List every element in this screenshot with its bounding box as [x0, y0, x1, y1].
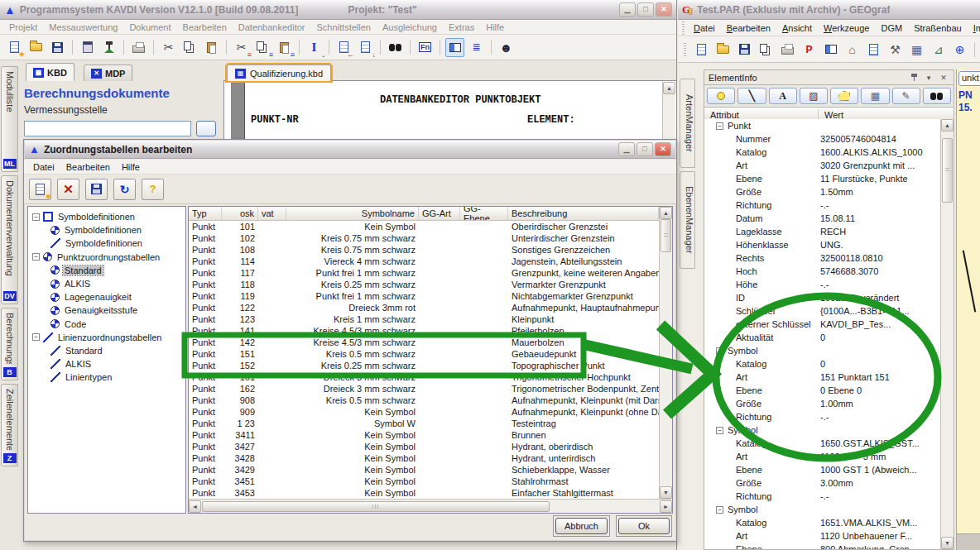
tree-item-standard[interactable]: Standard	[28, 264, 185, 277]
table-row[interactable]: Punkt3429Kein SymbolSchieberklappe, Wass…	[189, 464, 659, 476]
attribute-scrollbar[interactable]: ▲ ▼	[940, 119, 954, 549]
table-row[interactable]: Punkt152Kreis 0.25 mm schwarzTopographis…	[189, 360, 659, 371]
menu-item-datenbankeditor[interactable]: Datenbankeditor	[233, 21, 311, 34]
side-tab-berechnungsinformationen[interactable]: BerechnungsinformationenB	[1, 308, 18, 380]
tree-item-alkis[interactable]: ALKIS	[28, 357, 185, 371]
column-header-beschreibung[interactable]: Beschreibung	[508, 207, 659, 220]
group-expander-icon[interactable]: −	[716, 506, 723, 514]
list-view-icon[interactable]: ≣	[467, 38, 486, 57]
image-icon[interactable]: ▦	[907, 40, 926, 59]
tree-item-genauigkeitsstufe[interactable]: Genauigkeitsstufe	[28, 304, 185, 317]
print-icon[interactable]	[129, 38, 148, 57]
copy-values-icon[interactable]: ≡	[253, 38, 272, 57]
dialog-minimize-button[interactable]: ▁	[618, 142, 635, 156]
paste-icon[interactable]	[202, 38, 221, 57]
tree-item-symboldefinitionen[interactable]: Symboldefinitionen	[28, 223, 185, 237]
cut-icon[interactable]: ✂	[159, 38, 178, 57]
area-icon[interactable]	[830, 88, 858, 104]
new-icon[interactable]	[692, 40, 711, 59]
attribute-row-h-henklasse[interactable]: HöhenklasseUNG.	[704, 238, 940, 251]
menu-item-dgm[interactable]: DGM	[875, 22, 908, 35]
column-header-gg-art[interactable]: GG-Art	[419, 207, 460, 220]
copy-icon[interactable]	[180, 38, 199, 57]
menu-item-ansicht[interactable]: Ansicht	[776, 22, 818, 35]
scroll-up-icon[interactable]: ▲	[663, 82, 675, 94]
attribute-row-nummer[interactable]: Nummer325005746004814	[704, 132, 940, 146]
maximize-button[interactable]: □	[637, 2, 654, 17]
table-row[interactable]: Punkt119Punkt frei 1 mm schwarzNichtabge…	[189, 290, 659, 302]
survey-point-icon[interactable]	[99, 38, 118, 57]
scroll-down-icon[interactable]: ▼	[660, 486, 672, 499]
table-row[interactable]: Punkt909Kein SymbolAufnahmepunkt, Kleinp…	[189, 406, 659, 418]
table-row[interactable]: Punkt162Dreieck 3 mm schwarzTrigonometri…	[189, 383, 659, 395]
group-expander-icon[interactable]: −	[716, 122, 723, 130]
column-header-gg-ebene[interactable]: GG-Ebene	[460, 207, 508, 220]
menu-item-bearbeiten[interactable]: Bearbeiten	[60, 160, 116, 174]
tree-item-linienzuordnungstabellen[interactable]: −Linienzuordnungstabellen	[28, 331, 185, 344]
tree-expander-icon[interactable]: −	[32, 253, 40, 261]
menu-item-bearbeiten[interactable]: Bearbeiten	[177, 21, 233, 34]
table-vertical-scrollbar[interactable]: ▲ ▼	[659, 207, 672, 499]
plot-icon[interactable]: ⊿	[929, 40, 948, 59]
line-icon[interactable]: ╲	[737, 88, 766, 104]
table-row[interactable]: Punkt3428Kein SymbolHydrant, unterirdisc…	[189, 452, 659, 464]
menu-item-werkzeuge[interactable]: Werkzeuge	[818, 22, 875, 35]
tree-item-lagegenauigkeit[interactable]: Lagegenauigkeit	[28, 290, 185, 304]
attribute-row-katalog[interactable]: Katalog1650.GST.ALKIS_GST...	[704, 437, 940, 450]
function-icon[interactable]: Fn	[416, 38, 435, 57]
attribute-row-symbol[interactable]: −Symbol	[704, 344, 940, 357]
dialog-maximize-button[interactable]: □	[637, 142, 653, 156]
side-tab-modulliste[interactable]: ModullisteML	[1, 66, 18, 172]
save-icon[interactable]	[85, 179, 108, 200]
minimize-button[interactable]: ▁	[619, 2, 636, 17]
attribute-row-art[interactable]: Art1100 5 <= 5 mm	[704, 450, 940, 463]
search-icon[interactable]	[386, 38, 405, 57]
menu-item-projekt[interactable]: Projekt	[3, 21, 43, 34]
tree-expander-icon[interactable]: −	[32, 213, 40, 221]
new-entry-icon[interactable]: ✶	[29, 179, 51, 200]
table-import-icon[interactable]: ←	[334, 38, 353, 57]
tree-item-symboldefinitionen[interactable]: Symboldefinitionen	[28, 237, 185, 250]
attribute-row-datum[interactable]: Datum15.08.11	[704, 212, 940, 225]
home-icon[interactable]: ⌂	[843, 40, 862, 59]
side-tab-dokumentenverwaltung[interactable]: DokumentenverwaltungDV	[1, 175, 18, 304]
attribute-row-art[interactable]: Art3020 Grenzpunkt mit ...	[704, 159, 940, 172]
attribute-row-ebene[interactable]: Ebene800 Abmarkung, Gren	[704, 543, 940, 549]
attribute-row-katalog[interactable]: Katalog1600.ALKIS.ALKIS_1000	[704, 146, 940, 159]
attribute-row-gr-e[interactable]: Größe1.50mm	[704, 185, 940, 198]
table-row[interactable]: Punkt122Dreieck 3mm rotAufnahmepunkt, Ha…	[189, 302, 659, 313]
attribute-row-schl-ssel[interactable]: Schlüssel{0100A...-B3B1-4A1...	[704, 304, 940, 318]
attribute-row-aktualit-t[interactable]: Aktualität0	[704, 331, 940, 344]
text-icon[interactable]: A	[769, 88, 797, 104]
edit-icon[interactable]: ✎	[892, 88, 920, 104]
scroll-down-icon[interactable]: ▼	[941, 537, 954, 549]
tab-kbd[interactable]: ▦ KBD	[26, 63, 74, 81]
ok-button[interactable]: Ok	[618, 518, 670, 534]
calculator-icon[interactable]	[78, 38, 97, 57]
panel-expand-button[interactable]	[196, 121, 216, 136]
table-row[interactable]: Punkt908Kreis 0.5 mm schwarzAufnahmepunk…	[189, 395, 659, 406]
menu-item-bearbeiten[interactable]: Bearbeiten	[721, 22, 776, 35]
attribute-row-ebene[interactable]: Ebene1000 GST 1 (Abweich...	[704, 463, 940, 476]
attribute-row-hoch[interactable]: Hoch5746688.3070	[704, 265, 940, 278]
table-row[interactable]: Punkt123Kreis 1 mm schwarzKleinpunkt	[189, 313, 659, 325]
document-scrollbar[interactable]: ▲	[662, 82, 675, 139]
attribute-row-symbol[interactable]: −Symbol	[704, 423, 940, 437]
search-icon[interactable]	[923, 88, 951, 104]
map-canvas[interactable]: unkt PN 15.	[956, 69, 980, 550]
table-row[interactable]: Punkt114Viereck 4 mm schwarzJagenstein, …	[189, 256, 659, 267]
hatch-icon[interactable]: ▨	[800, 88, 828, 104]
table-row[interactable]: Punkt3411Kein SymbolBrunnen	[189, 429, 659, 441]
window-layout-icon[interactable]	[445, 38, 464, 57]
table-row[interactable]: Punkt3453Kein SymbolEinfacher Stahlgitte…	[189, 487, 659, 499]
vermessungsstelle-input[interactable]	[24, 121, 191, 136]
menu-item-extras[interactable]: Extras	[443, 21, 480, 34]
attribute-row-externer-schl-ssel[interactable]: externer SchlüsselKAVDI_BP_Tes...	[704, 318, 940, 331]
drag-handle[interactable]	[682, 22, 685, 35]
column-header-osk[interactable]: osk	[222, 207, 258, 220]
attribute-row-h-he[interactable]: Höhe-.-	[704, 278, 940, 291]
delete-icon[interactable]: ✕	[57, 179, 79, 200]
column-header-typ[interactable]: Typ	[189, 207, 222, 220]
pin-icon[interactable]	[908, 72, 920, 83]
panel-close-icon[interactable]: ✕	[938, 72, 949, 83]
